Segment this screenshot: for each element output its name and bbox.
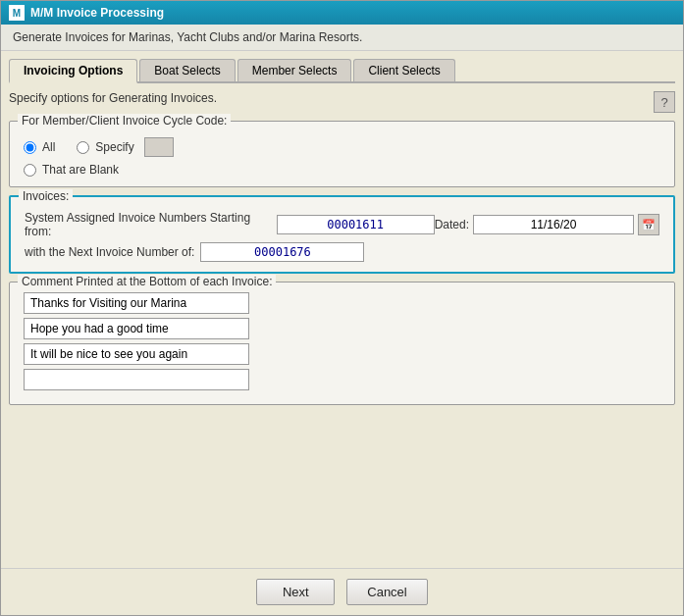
comment-input-3[interactable] — [24, 343, 249, 365]
cycle-code-legend: For Member/Client Invoice Cycle Code: — [18, 114, 231, 128]
radio-specify[interactable] — [77, 141, 89, 154]
tab-bar: Invoicing Options Boat Selects Member Se… — [9, 59, 675, 83]
invoices-legend: Invoices: — [19, 189, 73, 203]
main-window: M M/M Invoice Processing Generate Invoic… — [0, 0, 684, 616]
window-title: M/M Invoice Processing — [30, 6, 164, 20]
invoice-starting-row: System Assigned Invoice Numbers Starting… — [25, 211, 659, 238]
radio-blank[interactable] — [24, 164, 36, 177]
title-bar: M M/M Invoice Processing — [1, 1, 683, 25]
invoices-fieldset: Invoices: System Assigned Invoice Number… — [9, 195, 675, 274]
next-button[interactable]: Next — [256, 579, 335, 605]
invoice-rows: System Assigned Invoice Numbers Starting… — [25, 211, 659, 262]
radio-blank-label: That are Blank — [42, 163, 119, 177]
main-content: Invoicing Options Boat Selects Member Se… — [1, 51, 683, 568]
comment-legend: Comment Printed at the Bottom of each In… — [18, 275, 276, 288]
subtitle-text: Generate Invoices for Marinas, Yacht Clu… — [13, 30, 362, 44]
radio-specify-label: Specify — [95, 140, 133, 154]
tab-boat-selects[interactable]: Boat Selects — [139, 59, 235, 81]
radio-row-blank: That are Blank — [24, 163, 660, 177]
dated-group: Dated: 📅 — [435, 214, 659, 235]
tab-invoicing-options[interactable]: Invoicing Options — [9, 59, 137, 83]
cancel-button[interactable]: Cancel — [346, 579, 427, 605]
next-label: with the Next Invoice Number of: — [25, 245, 194, 259]
radio-all-label: All — [42, 140, 55, 154]
section-description: Specify options for Generating Invoices. — [9, 91, 217, 105]
invoice-next-row: with the Next Invoice Number of: — [25, 242, 659, 262]
date-picker-button[interactable]: 📅 — [638, 214, 659, 235]
subtitle-bar: Generate Invoices for Marinas, Yacht Clu… — [1, 25, 683, 51]
tab-client-selects[interactable]: Client Selects — [353, 59, 454, 81]
comment-input-4[interactable] — [24, 369, 249, 390]
starting-label: System Assigned Invoice Numbers Starting… — [25, 211, 271, 238]
radio-all[interactable] — [24, 141, 36, 154]
tab-member-selects[interactable]: Member Selects — [237, 59, 352, 81]
comment-input-1[interactable] — [24, 292, 249, 314]
specify-input-box[interactable] — [144, 137, 174, 157]
radio-group: All Specify That are Blank — [24, 137, 660, 177]
content-area: Specify options for Generating Invoices.… — [9, 91, 675, 560]
cycle-code-fieldset: For Member/Client Invoice Cycle Code: Al… — [9, 121, 675, 187]
radio-row-all: All Specify — [24, 137, 660, 157]
comment-fieldset: Comment Printed at the Bottom of each In… — [9, 282, 675, 405]
help-icon[interactable]: ? — [654, 91, 675, 113]
comment-input-2[interactable] — [24, 318, 249, 339]
next-value-input[interactable] — [200, 242, 364, 262]
footer: Next Cancel — [1, 568, 683, 615]
starting-value-input[interactable] — [277, 215, 435, 234]
dated-input[interactable] — [473, 215, 634, 234]
window-icon: M — [9, 5, 25, 21]
dated-label: Dated: — [435, 218, 469, 231]
